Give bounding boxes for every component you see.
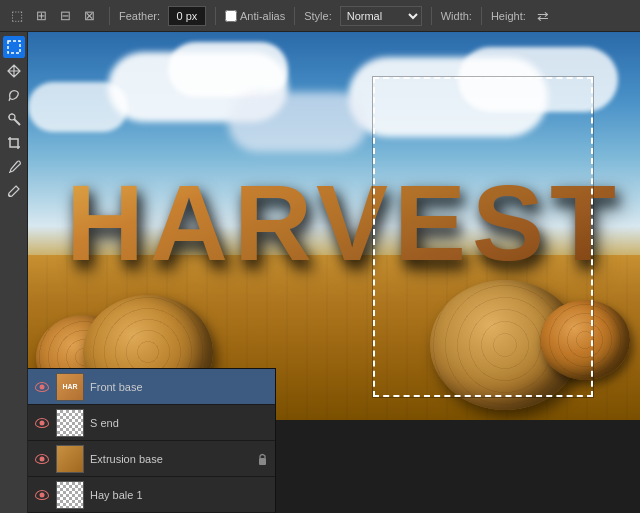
- antialias-label[interactable]: Anti-alias: [225, 10, 285, 22]
- eye-icon-3: [35, 454, 49, 464]
- canvas-area[interactable]: HARVEST: [28, 32, 640, 513]
- lock-icon-3: [255, 452, 269, 466]
- lasso-icon: [7, 88, 21, 102]
- svg-line-1: [9, 98, 10, 101]
- canvas-content: HARVEST: [28, 32, 640, 420]
- divider-4: [431, 7, 432, 25]
- crop-icon: [7, 136, 21, 150]
- marquee-tool[interactable]: [3, 36, 25, 58]
- layer-1-name: Front base: [90, 381, 269, 393]
- divider-3: [294, 7, 295, 25]
- width-label: Width:: [441, 10, 472, 22]
- layer-4-visibility[interactable]: [34, 487, 50, 503]
- layer-2-visibility[interactable]: [34, 415, 50, 431]
- move-tool[interactable]: [3, 60, 25, 82]
- subtract-selection-btn[interactable]: ⊟: [54, 5, 76, 27]
- layer-extrusion-base[interactable]: Extrusion base: [28, 441, 275, 477]
- layer-4-name: Hay bale 1: [90, 489, 269, 501]
- eyedropper-tool[interactable]: [3, 156, 25, 178]
- marquee-icon: [7, 40, 21, 54]
- swap-dimensions-btn[interactable]: ⇄: [532, 5, 554, 27]
- svg-rect-8: [259, 458, 266, 465]
- layer-3-name: Extrusion base: [90, 453, 249, 465]
- layer-1-thumb: HAR: [56, 373, 84, 401]
- eye-icon-1: [35, 382, 49, 392]
- toolbox: [0, 32, 28, 513]
- svg-point-7: [8, 195, 10, 197]
- toolbar: ⬚ ⊞ ⊟ ⊠ Feather: Anti-alias Style: Norma…: [0, 0, 640, 32]
- layer-4-thumb: [56, 481, 84, 509]
- eyedropper-icon: [7, 160, 21, 174]
- layer-2-thumb: [56, 409, 84, 437]
- layer-1-visibility[interactable]: [34, 379, 50, 395]
- layers-panel: HAR Front base S end Extrusion base: [28, 368, 276, 513]
- lasso-tool[interactable]: [3, 84, 25, 106]
- eye-icon-4: [35, 490, 49, 500]
- move-icon: [7, 64, 21, 78]
- layer-front-base[interactable]: HAR Front base: [28, 369, 275, 405]
- brush-tool[interactable]: [3, 180, 25, 202]
- main-area: HARVEST: [0, 32, 640, 513]
- toolbar-selection-group: ⬚ ⊞ ⊟ ⊠: [6, 5, 100, 27]
- layer-s-end[interactable]: S end: [28, 405, 275, 441]
- style-select[interactable]: Normal Fixed Ratio Fixed Size: [340, 6, 422, 26]
- divider-5: [481, 7, 482, 25]
- hay-bale-right-small: [540, 300, 630, 380]
- svg-line-6: [9, 172, 10, 173]
- crop-tool[interactable]: [3, 132, 25, 154]
- layer-hay-bale-1[interactable]: Hay bale 1: [28, 477, 275, 513]
- divider-1: [109, 7, 110, 25]
- height-label: Height:: [491, 10, 526, 22]
- style-label: Style:: [304, 10, 332, 22]
- add-selection-btn[interactable]: ⊞: [30, 5, 52, 27]
- svg-rect-0: [8, 41, 20, 53]
- magic-wand-tool[interactable]: [3, 108, 25, 130]
- new-selection-btn[interactable]: ⬚: [6, 5, 28, 27]
- antialias-checkbox[interactable]: [225, 10, 237, 22]
- feather-input[interactable]: [168, 6, 206, 26]
- harvest-text: HARVEST: [48, 67, 640, 277]
- magic-wand-icon: [7, 112, 21, 126]
- layer-2-name: S end: [90, 417, 269, 429]
- layer-3-visibility[interactable]: [34, 451, 50, 467]
- feather-label: Feather:: [119, 10, 160, 22]
- layer-3-thumb: [56, 445, 84, 473]
- intersect-selection-btn[interactable]: ⊠: [78, 5, 100, 27]
- divider-2: [215, 7, 216, 25]
- svg-line-2: [14, 119, 20, 125]
- brush-icon: [7, 184, 21, 198]
- eye-icon-2: [35, 418, 49, 428]
- lock-svg: [257, 453, 267, 465]
